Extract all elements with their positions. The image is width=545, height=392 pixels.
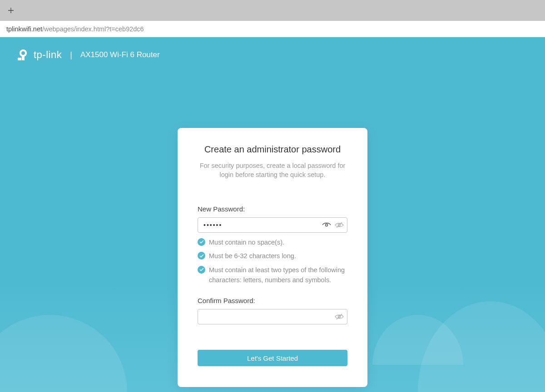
requirement-item: Must contain no space(s). bbox=[198, 237, 347, 247]
requirement-text: Must contain no space(s). bbox=[209, 237, 284, 247]
password-input-icons bbox=[322, 222, 344, 228]
url-path: /webpages/index.html?t=ceb92dc6 bbox=[42, 25, 144, 33]
brand-logo: tp-link bbox=[16, 48, 62, 62]
check-icon bbox=[198, 266, 205, 274]
password-input-icons bbox=[335, 314, 344, 320]
confirm-password-input[interactable] bbox=[198, 309, 347, 324]
page-header: tp-link | AX1500 Wi-Fi 6 Router bbox=[0, 37, 545, 73]
browser-tab-strip bbox=[0, 0, 545, 21]
plus-icon bbox=[8, 7, 14, 14]
tplink-logo-icon bbox=[16, 48, 30, 62]
decor-cloud bbox=[0, 315, 127, 392]
check-icon bbox=[198, 252, 205, 260]
new-password-label: New Password: bbox=[198, 205, 347, 213]
confirm-password-label: Confirm Password: bbox=[198, 297, 347, 304]
setup-card: Create an administrator password For sec… bbox=[178, 128, 367, 387]
card-subtitle: For security purposes, create a local pa… bbox=[198, 161, 347, 180]
requirement-item: Must be 6-32 characters long. bbox=[198, 251, 347, 261]
password-requirements: Must contain no space(s). Must be 6-32 c… bbox=[198, 237, 347, 285]
hide-password-icon[interactable] bbox=[335, 222, 344, 228]
card-title: Create an administrator password bbox=[198, 144, 347, 155]
header-divider: | bbox=[70, 50, 72, 60]
brand-name: tp-link bbox=[34, 49, 62, 61]
url-host: tplinkwifi.net bbox=[6, 25, 42, 33]
check-icon bbox=[198, 238, 205, 246]
hide-password-icon[interactable] bbox=[335, 314, 344, 320]
address-bar[interactable]: tplinkwifi.net/webpages/index.html?t=ceb… bbox=[0, 21, 545, 37]
svg-point-1 bbox=[326, 224, 328, 226]
requirement-item: Must contain at least two types of the f… bbox=[198, 265, 347, 285]
requirement-text: Must contain at least two types of the f… bbox=[209, 265, 347, 285]
product-name: AX1500 Wi-Fi 6 Router bbox=[80, 50, 160, 59]
lets-get-started-button[interactable]: Let's Get Started bbox=[198, 350, 347, 366]
show-password-icon[interactable] bbox=[322, 222, 331, 228]
page-body: tp-link | AX1500 Wi-Fi 6 Router Create a… bbox=[0, 37, 545, 392]
svg-rect-0 bbox=[18, 58, 21, 60]
new-tab-button[interactable] bbox=[5, 5, 16, 16]
requirement-text: Must be 6-32 characters long. bbox=[209, 251, 296, 261]
